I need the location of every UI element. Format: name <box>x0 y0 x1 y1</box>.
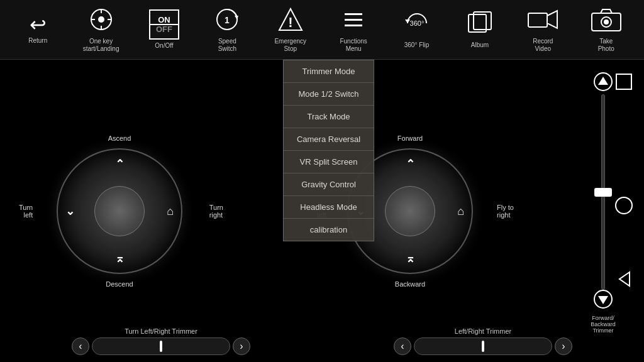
svg-marker-29 <box>619 272 630 286</box>
left-trimmer-right-btn[interactable]: › <box>233 337 250 355</box>
record-label: RecordVideo <box>533 38 553 53</box>
svg-rect-11 <box>345 13 362 15</box>
speed-label: SpeedSwitch <box>218 38 236 53</box>
menu-track-mode[interactable]: Track Mode <box>284 106 374 128</box>
svg-rect-27 <box>616 74 631 89</box>
left-joystick-section: Ascend Descend Turnleft Turnright ⌃ ⌅ ⌄ … <box>0 60 239 362</box>
return-label: Return <box>28 37 47 45</box>
svg-point-28 <box>616 197 632 214</box>
left-joy-bottom-label: Descend <box>106 280 133 288</box>
left-trimmer-track[interactable] <box>92 337 230 355</box>
svg-rect-13 <box>345 25 362 26</box>
on-off-label: On/Off <box>155 42 173 50</box>
svg-rect-18 <box>528 13 547 27</box>
svg-rect-12 <box>345 19 362 21</box>
left-joy-right-arrow: ⌂ <box>167 204 174 217</box>
right-joy-down-arrow: ⌅ <box>406 251 415 265</box>
svg-marker-19 <box>547 11 557 28</box>
left-trimmer-group: Turn Left/Right Trimmer ‹ › <box>72 327 250 355</box>
return-icon: ↩ <box>30 14 47 35</box>
right-joy-top-label: Forward <box>397 134 423 142</box>
menu-gravity-control[interactable]: Gravity Control <box>284 173 374 196</box>
one-key-icon <box>89 7 114 35</box>
right-joy-right-arrow: ⌂ <box>457 204 464 217</box>
right-trimmer-track[interactable] <box>414 337 552 355</box>
right-joy-right-label: Fly toright <box>497 204 514 219</box>
right-trimmer-bar: ‹ › <box>394 337 572 355</box>
menu-mode-switch[interactable]: Mode 1/2 Switch <box>284 83 374 106</box>
emergency-label: EmergencyStop <box>274 38 306 53</box>
speed-switch-button[interactable]: 1 SpeedSwitch <box>205 7 249 53</box>
back-icon[interactable] <box>614 270 633 293</box>
menu-calibration[interactable]: calibration <box>284 219 374 241</box>
emergency-stop-button[interactable]: ! EmergencyStop <box>269 7 313 53</box>
flip-360-icon: 360° <box>401 11 433 39</box>
album-icon <box>467 11 493 39</box>
album-button[interactable]: Album <box>458 11 502 49</box>
svg-point-1 <box>98 16 104 23</box>
flip-360-button[interactable]: 360° 360° Flip <box>395 11 439 49</box>
album-label: Album <box>471 41 489 49</box>
v-slider-track[interactable] <box>601 94 605 290</box>
on-off-button[interactable]: ON OFF On/Off <box>142 9 186 50</box>
photo-label: TakePhoto <box>598 38 614 53</box>
speed-icon: 1 <box>214 7 240 35</box>
left-trimmer-bar: ‹ › <box>72 337 250 355</box>
right-trimmer-left-btn[interactable]: ‹ <box>394 337 411 355</box>
right-trimmer-label: Left/Right Trimmer <box>455 327 511 335</box>
svg-text:360°: 360° <box>409 19 424 27</box>
left-joy-top-label: Ascend <box>108 134 131 142</box>
circle-icon[interactable] <box>614 196 633 219</box>
right-joystick-center <box>385 186 435 236</box>
left-joy-right-label: Turnright <box>209 204 223 219</box>
right-trimmer-group: Left/Right Trimmer ‹ › <box>394 327 572 355</box>
on-off-icon: ON OFF <box>149 9 179 40</box>
svg-text:1: 1 <box>225 15 230 25</box>
flip-360-label: 360° Flip <box>404 41 430 49</box>
right-side-controls <box>606 60 644 362</box>
main-area: Ascend Descend Turnleft Turnright ⌃ ⌅ ⌄ … <box>0 60 644 362</box>
right-trimmer-thumb <box>482 341 484 352</box>
left-joy-left-label: Turnleft <box>19 204 33 219</box>
left-joystick-ring[interactable]: ⌃ ⌅ ⌄ ⌂ <box>57 148 182 274</box>
left-joy-down-arrow: ⌅ <box>115 251 125 265</box>
functions-menu-dropdown: Trimmer Mode Mode 1/2 Switch Track Mode … <box>283 60 374 241</box>
record-icon <box>527 7 558 35</box>
svg-point-22 <box>604 19 609 25</box>
functions-label: FunctionsMenu <box>340 38 367 53</box>
menu-trimmer-mode[interactable]: Trimmer Mode <box>284 60 374 83</box>
left-joystick[interactable]: Ascend Descend Turnleft Turnright ⌃ ⌅ ⌄ … <box>57 148 182 274</box>
left-trimmer-left-btn[interactable]: ‹ <box>72 337 89 355</box>
menu-camera-reversal[interactable]: Camera Reversal <box>284 128 374 151</box>
top-bar: ↩ Return One keystart/Landing ON OFF On/… <box>0 0 644 60</box>
menu-headless-mode[interactable]: Headless Mode <box>284 196 374 219</box>
left-joystick-center <box>94 186 145 236</box>
record-video-button[interactable]: RecordVideo <box>521 7 565 53</box>
one-key-label: One keystart/Landing <box>83 38 119 53</box>
left-joy-up-arrow: ⌃ <box>115 157 125 171</box>
emergency-icon: ! <box>278 7 303 35</box>
functions-icon <box>341 7 366 35</box>
square-icon[interactable] <box>614 72 633 96</box>
photo-icon <box>591 7 622 35</box>
right-trimmer-right-btn[interactable]: › <box>555 337 572 355</box>
right-joy-bottom-label: Backward <box>395 280 425 288</box>
menu-vr-split-screen[interactable]: VR Split Screen <box>284 151 374 173</box>
left-trimmer-thumb <box>160 341 162 352</box>
one-key-button[interactable]: One keystart/Landing <box>79 7 123 53</box>
left-trimmer-label: Turn Left/Right Trimmer <box>125 327 197 335</box>
take-photo-button[interactable]: TakePhoto <box>584 7 628 53</box>
return-button[interactable]: ↩ Return <box>16 14 60 45</box>
left-joy-left-arrow: ⌄ <box>65 204 75 218</box>
functions-menu-button[interactable]: FunctionsMenu <box>331 7 375 53</box>
svg-text:!: ! <box>288 14 292 30</box>
right-joy-up-arrow: ⌃ <box>406 157 415 171</box>
trimmer-section: Turn Left/Right Trimmer ‹ › Left/Right T… <box>0 324 644 362</box>
